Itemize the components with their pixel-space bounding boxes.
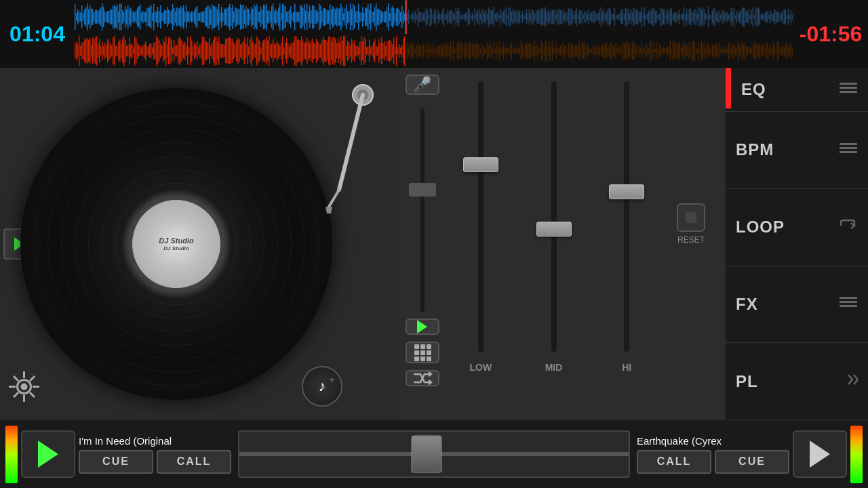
turntable[interactable]: DJ Studio DJ Studio	[20, 88, 332, 400]
time-right: -01:56	[793, 0, 868, 68]
mid-slider-handle[interactable]	[536, 222, 572, 237]
svg-rect-19	[420, 350, 425, 355]
svg-line-12	[30, 376, 35, 381]
crossfader-handle[interactable]	[409, 183, 436, 197]
eq-sidebar-label: EQ	[741, 80, 766, 99]
right-sidebar: EQ BPM LOOP	[726, 68, 868, 420]
right-cue-button[interactable]: CUE	[715, 450, 789, 474]
reset-label: RESET	[677, 235, 705, 245]
low-slider-track[interactable]	[478, 81, 484, 352]
low-label: LOW	[470, 362, 492, 373]
eq-sidebar-icon	[839, 81, 858, 98]
svg-rect-15	[414, 344, 419, 349]
fx-label: FX	[736, 295, 758, 314]
music-button[interactable]: ♪ +	[302, 366, 342, 407]
left-play-button[interactable]	[21, 430, 75, 478]
sidebar-item-bpm[interactable]: BPM	[726, 112, 868, 189]
pl-label: PL	[736, 372, 758, 391]
mid-slider-col: MID	[524, 75, 584, 373]
svg-rect-30	[840, 297, 857, 299]
tonearm	[312, 81, 380, 217]
svg-rect-18	[414, 350, 419, 355]
sidebar-item-fx[interactable]: FX	[726, 266, 868, 344]
crossfader-bar-handle[interactable]	[411, 436, 441, 473]
svg-rect-16	[420, 344, 425, 349]
reset-button[interactable]	[677, 203, 705, 232]
right-deck-buttons: CALL CUE	[637, 450, 789, 474]
low-slider-handle[interactable]	[463, 157, 498, 172]
crossfader-bar[interactable]	[238, 430, 630, 478]
left-track-name: I'm In Need (Original	[79, 435, 231, 447]
svg-line-2	[339, 95, 363, 190]
loop-icon	[837, 218, 858, 237]
waveform-container[interactable]	[75, 0, 793, 68]
svg-marker-4	[326, 207, 332, 214]
crossfader-bar-track	[239, 452, 629, 456]
grid-button[interactable]	[406, 342, 439, 363]
reset-area: RESET	[670, 75, 712, 373]
sliders-row: LOW MID HI	[451, 75, 719, 373]
svg-rect-25	[840, 87, 857, 89]
fx-icon	[839, 296, 858, 312]
svg-rect-26	[840, 91, 857, 93]
svg-line-13	[14, 392, 18, 397]
eq-label-container: EQ	[731, 68, 868, 111]
hi-slider-handle[interactable]	[609, 184, 644, 199]
crossfader-container	[406, 108, 439, 312]
mic-button[interactable]: 🎤	[406, 75, 439, 95]
settings-button[interactable]	[3, 366, 44, 407]
waveform-section: 01:04 -01:56	[0, 0, 868, 68]
svg-rect-21	[414, 357, 419, 361]
right-track-info: Earthquake (Cyrex CALL CUE	[637, 435, 789, 474]
mid-label: MID	[545, 362, 563, 373]
svg-rect-29	[840, 151, 857, 153]
mixer-top: 🎤	[400, 68, 726, 380]
svg-rect-22	[420, 357, 425, 361]
svg-point-14	[20, 383, 27, 390]
hi-slider-col: HI	[597, 75, 656, 373]
left-deck-buttons: CUE CALL	[79, 450, 231, 474]
bpm-label: BPM	[736, 140, 774, 159]
left-call-button[interactable]: CALL	[157, 450, 231, 474]
eq-row[interactable]: EQ	[726, 68, 868, 112]
time-left: 01:04	[0, 0, 75, 68]
crossfader-track[interactable]	[420, 108, 425, 312]
loop-label: LOOP	[736, 218, 785, 237]
svg-rect-20	[427, 350, 431, 355]
center-mixer: 🎤	[400, 68, 726, 420]
mixer-controls-left: 🎤	[400, 68, 444, 380]
play-button-center[interactable]	[406, 319, 439, 335]
right-track-name: Earthquake (Cyrex	[637, 435, 789, 447]
svg-line-3	[329, 190, 339, 207]
record-label: DJ Studio DJ Studio	[132, 200, 220, 288]
svg-rect-24	[840, 83, 857, 85]
eq-area: LOW MID HI	[444, 68, 726, 380]
low-slider-col: LOW	[451, 75, 511, 373]
hi-slider-track[interactable]	[624, 81, 629, 352]
record-label-text: DJ Studio DJ Studio	[159, 236, 193, 253]
mic-icon: 🎤	[413, 76, 431, 94]
sidebar-item-pl[interactable]: PL	[726, 343, 868, 420]
svg-rect-27	[840, 143, 857, 145]
left-deck: DJ Studio DJ Studio	[0, 68, 400, 420]
bottom-bar: I'm In Need (Original CUE CALL Earthquak…	[0, 420, 868, 488]
eq-red-bar	[726, 68, 731, 108]
main-area: DJ Studio DJ Studio	[0, 68, 868, 420]
svg-line-10	[14, 376, 18, 381]
svg-rect-32	[840, 305, 857, 307]
bpm-icon	[839, 142, 858, 159]
svg-rect-28	[840, 147, 857, 149]
hi-label: HI	[622, 362, 631, 373]
mid-slider-track[interactable]	[551, 81, 557, 352]
left-cue-button[interactable]: CUE	[79, 450, 153, 474]
svg-rect-17	[427, 344, 431, 349]
shuffle-button[interactable]	[406, 370, 439, 386]
right-call-button[interactable]: CALL	[637, 450, 711, 474]
sidebar-item-loop[interactable]: LOOP	[726, 189, 868, 266]
svg-line-11	[30, 392, 35, 397]
svg-rect-31	[840, 301, 857, 303]
svg-rect-23	[427, 357, 431, 361]
right-play-button[interactable]	[793, 430, 847, 478]
right-vu-meter	[850, 426, 863, 483]
pl-icon	[840, 372, 858, 390]
